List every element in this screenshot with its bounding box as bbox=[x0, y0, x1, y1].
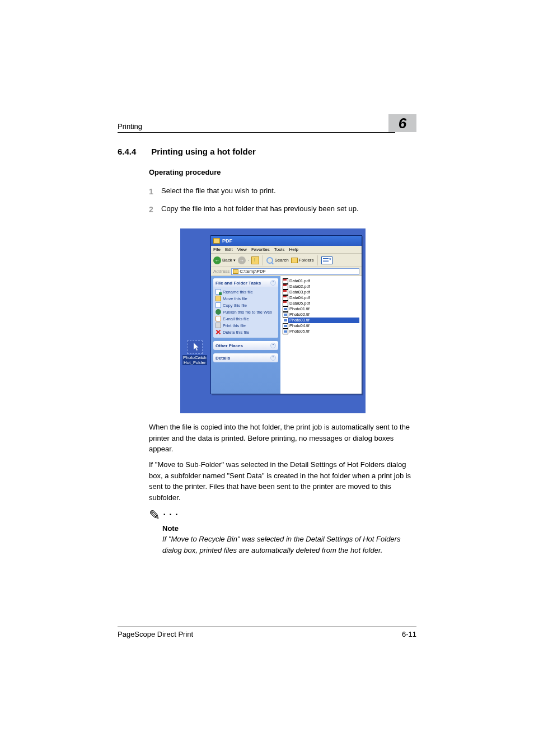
header-rule bbox=[118, 132, 395, 133]
details-panel: Details ˇ bbox=[213, 353, 278, 362]
task-move[interactable]: Move this file bbox=[216, 295, 276, 302]
titlebar[interactable]: PDF bbox=[211, 236, 362, 246]
expand-icon[interactable]: ˇ bbox=[270, 343, 276, 348]
chapter-number: 6 bbox=[388, 114, 416, 132]
address-bar: Address C:\temp\PDF bbox=[211, 267, 362, 276]
separator bbox=[317, 255, 318, 265]
folders-label: Folders bbox=[299, 258, 314, 263]
copy-icon bbox=[216, 302, 221, 308]
folder-icon bbox=[233, 269, 238, 274]
folders-icon bbox=[291, 258, 298, 263]
forward-button[interactable]: → bbox=[238, 256, 246, 264]
folders-button[interactable]: Folders bbox=[291, 258, 314, 263]
note-text: If "Move to Recycle Bin" was selected in… bbox=[162, 534, 416, 556]
rename-icon bbox=[216, 289, 221, 295]
task-publish[interactable]: Publish this file to the Web bbox=[216, 309, 276, 315]
task-email[interactable]: E-mail this file bbox=[216, 315, 276, 322]
menu-tools[interactable]: Tools bbox=[274, 247, 285, 252]
section-number: 6.4.4 bbox=[118, 147, 149, 156]
address-path: C:\temp\PDF bbox=[240, 269, 265, 274]
file-name: Photo05.tif bbox=[289, 329, 310, 334]
desktop-label-2: Hot_Folder bbox=[182, 360, 207, 365]
file-list: Data01.pdf Data02.pdf Data03.pdf Data04.… bbox=[280, 276, 362, 394]
file-name: Data02.pdf bbox=[289, 284, 310, 289]
subheading: Operating procedure bbox=[149, 168, 221, 176]
file-item[interactable]: Data05.pdf bbox=[283, 301, 359, 306]
footer-page: 6-11 bbox=[402, 630, 416, 638]
menu-file[interactable]: File bbox=[213, 247, 221, 252]
task-label: Move this file bbox=[223, 296, 247, 301]
file-folder-tasks-panel: File and Folder Tasks ˆ Rename this file… bbox=[213, 278, 278, 338]
other-places-panel: Other Places ˇ bbox=[213, 341, 278, 350]
dropdown-icon[interactable]: ▾ bbox=[233, 258, 236, 263]
task-copy[interactable]: Copy this file bbox=[216, 302, 276, 309]
views-button[interactable] bbox=[321, 256, 332, 264]
menu-view[interactable]: View bbox=[237, 247, 247, 252]
file-item-selected[interactable]: Photo03.tif bbox=[283, 318, 359, 323]
task-label: Print this file bbox=[223, 323, 246, 328]
address-label: Address bbox=[213, 269, 229, 274]
step-2: 2 Copy the file into a hot folder that h… bbox=[149, 204, 416, 214]
running-head: Printing bbox=[118, 122, 142, 130]
move-icon bbox=[216, 296, 221, 301]
task-label: Rename this file bbox=[223, 290, 253, 295]
file-item[interactable]: Data03.pdf bbox=[283, 290, 359, 295]
window-title: PDF bbox=[222, 238, 232, 244]
desktop-label-1: PhotoCatch bbox=[182, 355, 207, 360]
section-title: Printing using a hot folder bbox=[151, 147, 256, 156]
tif-icon bbox=[283, 318, 288, 323]
file-name: Photo04.tif bbox=[289, 323, 310, 328]
up-one-level-button[interactable] bbox=[251, 256, 259, 264]
step-number: 2 bbox=[149, 204, 153, 215]
step-text: Copy the file into a hot folder that has… bbox=[161, 204, 416, 214]
tif-icon bbox=[283, 306, 288, 312]
pdf-icon bbox=[283, 290, 288, 295]
file-name: Data04.pdf bbox=[289, 295, 310, 300]
file-name: Data03.pdf bbox=[289, 290, 310, 295]
file-item[interactable]: Data02.pdf bbox=[283, 284, 359, 290]
search-label: Search bbox=[274, 258, 288, 263]
tif-icon bbox=[283, 312, 288, 318]
file-name: Photo02.tif bbox=[289, 312, 310, 317]
file-item[interactable]: Photo05.tif bbox=[283, 329, 359, 334]
embedded-screenshot: PhotoCatch Hot_Folder PDF File Edit View… bbox=[180, 228, 366, 413]
menu-help[interactable]: Help bbox=[289, 247, 298, 252]
note-block: ✎ . . . Note If "Move to Recycle Bin" wa… bbox=[149, 507, 416, 556]
folder-icon bbox=[213, 238, 220, 244]
note-dots: . . . bbox=[160, 507, 179, 517]
footer-product: PageScope Direct Print bbox=[118, 630, 193, 638]
explorer-window: PDF File Edit View Favorites Tools Help … bbox=[210, 235, 362, 394]
file-item[interactable]: Photo02.tif bbox=[283, 312, 359, 318]
address-input[interactable]: C:\temp\PDF bbox=[231, 268, 359, 275]
task-pane: File and Folder Tasks ˆ Rename this file… bbox=[211, 276, 280, 394]
tif-icon bbox=[283, 329, 288, 334]
delete-icon bbox=[216, 329, 221, 335]
expand-icon[interactable]: ˇ bbox=[270, 355, 276, 361]
file-item[interactable]: Data01.pdf bbox=[283, 278, 359, 284]
task-print[interactable]: Print this file bbox=[216, 322, 276, 329]
task-label: E-mail this file bbox=[223, 316, 249, 321]
back-button[interactable]: ← Back ▾ bbox=[213, 256, 236, 264]
menu-edit[interactable]: Edit bbox=[225, 247, 233, 252]
note-label: Note bbox=[162, 524, 416, 533]
pdf-icon bbox=[283, 295, 288, 301]
toolbar-dash: - bbox=[248, 258, 250, 263]
file-name: Photo03.tif bbox=[289, 318, 310, 323]
body-paragraph-1: When the file is copied into the hot fol… bbox=[149, 422, 416, 455]
collapse-icon[interactable]: ˆ bbox=[270, 280, 276, 286]
pdf-icon bbox=[283, 301, 288, 306]
panel-title: File and Folder Tasks bbox=[216, 281, 261, 286]
task-rename[interactable]: Rename this file bbox=[216, 288, 276, 295]
pdf-icon bbox=[283, 284, 288, 290]
back-arrow-icon: ← bbox=[213, 256, 221, 264]
note-icon: ✎ bbox=[149, 507, 160, 522]
menu-favorites[interactable]: Favorites bbox=[251, 247, 270, 252]
tif-icon bbox=[283, 323, 288, 329]
file-item[interactable]: Data04.pdf bbox=[283, 295, 359, 301]
task-delete[interactable]: Delete this file bbox=[216, 329, 276, 335]
separator bbox=[263, 255, 263, 265]
file-item[interactable]: Photo01.tif bbox=[283, 306, 359, 312]
file-item[interactable]: Photo04.tif bbox=[283, 323, 359, 329]
search-button[interactable]: Search bbox=[266, 257, 288, 264]
step-1: 1 Select the file that you wish to print… bbox=[149, 186, 416, 197]
